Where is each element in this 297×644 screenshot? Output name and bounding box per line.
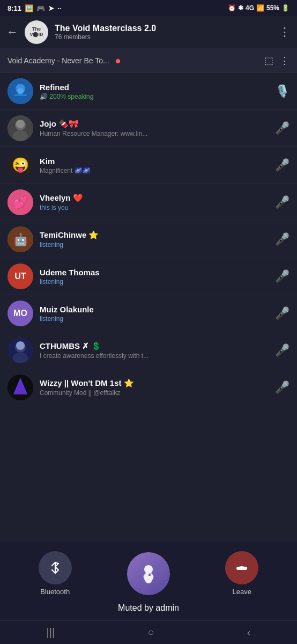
- name-refined: Refined: [40, 83, 269, 92]
- bluetooth-status-icon: ✱: [238, 4, 243, 12]
- info-cthumbs: CTHUMBS ✗ 💲 I create awareness effortles…: [40, 341, 269, 360]
- battery-icon: 🔋: [281, 4, 289, 12]
- participant-udeme: UT Udeme Thomas listening 🎤: [0, 258, 297, 295]
- svg-point-7: [16, 120, 25, 128]
- header-more-button[interactable]: ⋮: [279, 25, 291, 39]
- member-count: 76 members: [55, 33, 272, 41]
- live-dot: [116, 59, 120, 63]
- avatar-kim: 😜: [8, 152, 33, 178]
- status-temi: listening: [40, 241, 269, 248]
- svg-rect-25: [236, 567, 247, 570]
- participant-vheelyn: 💕 Vheelyn ❤️ this is you 🎤: [0, 184, 297, 221]
- info-refined: Refined 🔊 200% speaking: [40, 83, 269, 100]
- info-wizzy: Wizzy || Won't DM 1st ⭐ Community Mod ||…: [40, 378, 269, 397]
- mic-temi: 🎤: [275, 232, 289, 246]
- bluetooth-button[interactable]: Bluetooth: [39, 551, 72, 596]
- participant-jojo: Jojo 🍫🎀 Human Resource Manager: www.lin.…: [0, 110, 297, 147]
- svg-text:😜: 😜: [12, 156, 29, 173]
- leave-circle[interactable]: [225, 551, 258, 584]
- mic-cthumbs: 🎤: [275, 343, 289, 357]
- status-wizzy: Community Mod || @efftalkz: [40, 389, 269, 397]
- raise-hand-icon: [138, 563, 159, 584]
- avatar-wizzy: [8, 375, 33, 400]
- controls-row: Bluetooth: [11, 551, 286, 596]
- signal-icon: 📶: [256, 4, 264, 12]
- nav-home[interactable]: ○: [147, 626, 154, 639]
- avatar-cthumbs: [8, 338, 33, 363]
- mic-udeme: 🎤: [275, 269, 289, 283]
- phone-end-icon: [234, 560, 249, 575]
- status-kim: Magnificent 🌌🌌: [40, 167, 269, 174]
- group-info: The Void Masterclass 2.0 76 members: [55, 24, 272, 41]
- info-kim: Kim Magnificent 🌌🌌: [40, 157, 269, 174]
- call-bar-actions[interactable]: ⬚ ⋮: [264, 55, 289, 67]
- svg-point-17: [16, 341, 25, 350]
- call-more-icon[interactable]: ⋮: [280, 55, 289, 67]
- participant-muiz: MO Muiz Olakunle listening 🎤: [0, 295, 297, 332]
- battery-display: 55%: [266, 4, 279, 12]
- name-udeme: Udeme Thomas: [40, 268, 269, 277]
- mic-refined: 🎙️: [275, 84, 289, 98]
- screen-share-icon[interactable]: ⬚: [264, 55, 273, 67]
- group-avatar: TheV⬤ID: [25, 20, 48, 44]
- name-vheelyn: Vheelyn ❤️: [40, 193, 269, 203]
- bluetooth-label: Bluetooth: [40, 588, 70, 596]
- svg-point-3: [17, 88, 24, 94]
- main-content: ← TheV⬤ID The Void Masterclass 2.0 76 me…: [0, 16, 297, 644]
- name-temi: TemiChinwe ⭐: [40, 230, 269, 240]
- name-muiz: Muiz Olakunle: [40, 305, 269, 314]
- info-muiz: Muiz Olakunle listening: [40, 305, 269, 323]
- call-bar: Void Academy - Never Be To... ⬚ ⋮: [0, 48, 297, 73]
- alarm-icon: ⏰: [228, 4, 236, 12]
- bottom-navigation: ||| ○ ‹: [0, 620, 297, 644]
- status-time: 8:11 🖼️ 🎮 ➤ ··: [8, 4, 61, 12]
- svg-point-22: [144, 565, 153, 574]
- raise-hand-button[interactable]: [127, 552, 170, 595]
- bluetooth-icon: [48, 560, 63, 575]
- location-icon: ➤: [48, 4, 54, 12]
- participant-kim: 😜 Kim Magnificent 🌌🌌 🎤: [0, 147, 297, 184]
- time-display: 8:11: [8, 4, 21, 12]
- status-vheelyn: this is you: [40, 204, 269, 211]
- leave-button[interactable]: Leave: [225, 551, 258, 596]
- svg-text:💕: 💕: [13, 195, 28, 210]
- mic-muiz: 🎤: [275, 306, 289, 320]
- name-cthumbs: CTHUMBS ✗ 💲: [40, 341, 269, 351]
- back-button[interactable]: ←: [6, 25, 18, 39]
- mic-wizzy: 🎤: [275, 380, 289, 394]
- info-temi: TemiChinwe ⭐ listening: [40, 230, 269, 248]
- name-kim: Kim: [40, 157, 269, 166]
- participant-temi: 🤖 TemiChinwe ⭐ listening 🎤: [0, 221, 297, 258]
- status-udeme: listening: [40, 278, 269, 286]
- participants-list: Refined 🔊 200% speaking 🎙️ Jojo 🍫🎀 Human…: [0, 73, 297, 541]
- name-jojo: Jojo 🍫🎀: [40, 119, 269, 129]
- raise-hand-circle[interactable]: [127, 552, 170, 595]
- svg-point-6: [13, 130, 28, 141]
- status-icons: ⏰ ✱ 4G 📶 55% 🔋: [228, 4, 289, 12]
- avatar-muiz: MO: [8, 301, 33, 326]
- group-avatar-inner: TheV⬤ID: [25, 20, 48, 44]
- avatar-refined: [8, 78, 33, 104]
- group-name: The Void Masterclass 2.0: [55, 24, 272, 33]
- status-refined: 🔊 200% speaking: [40, 93, 269, 100]
- call-title: Void Academy - Never Be To...: [8, 56, 109, 65]
- info-jojo: Jojo 🍫🎀 Human Resource Manager: www.lin.…: [40, 119, 269, 137]
- svg-point-16: [13, 353, 28, 363]
- nav-recent-apps[interactable]: |||: [47, 626, 55, 639]
- muted-text: Muted by admin: [118, 599, 179, 615]
- info-vheelyn: Vheelyn ❤️ this is you: [40, 193, 269, 211]
- status-muiz: listening: [40, 315, 269, 323]
- svg-text:🤖: 🤖: [13, 232, 28, 247]
- info-udeme: Udeme Thomas listening: [40, 268, 269, 286]
- mic-jojo: 🎤: [275, 121, 289, 135]
- bluetooth-circle[interactable]: [39, 551, 72, 584]
- status-jojo: Human Resource Manager: www.lin...: [40, 130, 269, 137]
- mic-vheelyn: 🎤: [275, 195, 289, 209]
- svg-rect-2: [14, 94, 27, 96]
- game-icon: 🎮: [36, 4, 45, 12]
- avatar-temi: 🤖: [8, 226, 33, 252]
- avatar-jojo: [8, 115, 33, 141]
- avatar-vheelyn: 💕: [8, 189, 33, 215]
- participant-refined: Refined 🔊 200% speaking 🎙️: [0, 73, 297, 110]
- nav-back[interactable]: ‹: [247, 626, 251, 639]
